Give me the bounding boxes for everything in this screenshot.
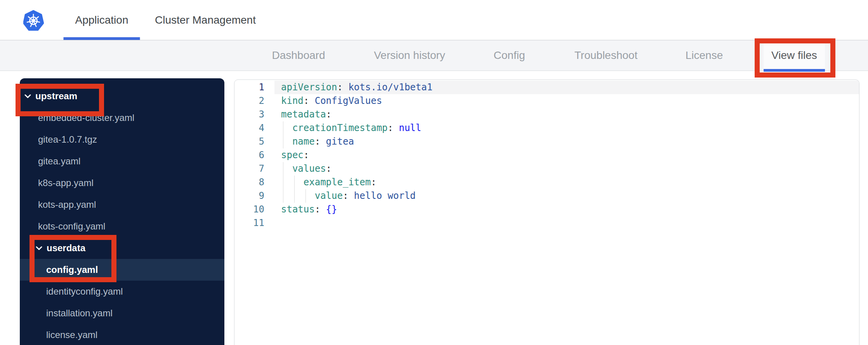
tree-item-embedded-cluster-yaml[interactable]: embedded-cluster.yaml	[20, 107, 224, 129]
code-line-3: 3metadata:	[234, 108, 859, 121]
app-nav-bar: Dashboard Version history Config Trouble…	[0, 40, 868, 71]
code-text: creationTimestamp: null	[274, 121, 859, 135]
code-text: values:	[274, 162, 859, 176]
indent-guide	[283, 135, 283, 148]
code-line-10: 10status: {}	[234, 203, 859, 216]
code-text: kind: ConfigValues	[274, 94, 859, 108]
nav-tab-troubleshoot[interactable]: Troubleshoot	[575, 40, 637, 71]
chevron-down-icon	[24, 94, 31, 98]
line-number: 8	[234, 176, 269, 189]
code-line-7: 7 values:	[234, 162, 859, 176]
code-text: value: hello world	[274, 189, 859, 203]
line-number: 10	[234, 203, 269, 216]
code-line-1: 1apiVersion: kots.io/v1beta1	[234, 81, 859, 94]
nav-tab-view-files[interactable]: View files	[764, 40, 825, 71]
nav-tab-version-history[interactable]: Version history	[374, 40, 445, 71]
tree-item-userdata[interactable]: userdata	[20, 237, 224, 259]
code-line-8: 8 example_item:	[234, 176, 859, 189]
indent-guide	[283, 189, 283, 203]
code-line-11: 11	[234, 216, 859, 230]
tree-item-label: config.yaml	[46, 264, 98, 275]
indent-guide	[283, 176, 283, 189]
file-tree: upstreamembedded-cluster.yamlgitea-1.0.7…	[20, 78, 224, 345]
indent-guide	[283, 121, 283, 135]
indent-guide	[306, 189, 306, 203]
code-line-4: 4 creationTimestamp: null	[234, 121, 859, 135]
code-text: name: gitea	[274, 135, 859, 148]
tree-item-installation-yaml[interactable]: installation.yaml	[20, 302, 224, 324]
line-number: 9	[234, 189, 269, 203]
nav-tab-license[interactable]: License	[686, 40, 723, 71]
line-number: 1	[234, 81, 269, 94]
tab-cluster-management[interactable]: Cluster Management	[143, 0, 267, 40]
tree-item-kots-config-yaml[interactable]: kots-config.yaml	[20, 216, 224, 237]
tree-item-label: embedded-cluster.yaml	[38, 112, 134, 123]
tree-item-label: identityconfig.yaml	[46, 286, 123, 297]
indent-guide	[283, 162, 283, 176]
tree-item-label: userdata	[47, 243, 85, 254]
file-viewer-editor[interactable]: 1apiVersion: kots.io/v1beta12kind: Confi…	[234, 79, 859, 345]
code-text: metadata:	[274, 108, 859, 121]
tree-item-identityconfig-yaml[interactable]: identityconfig.yaml	[20, 281, 224, 302]
line-number: 7	[234, 162, 269, 176]
tree-item-label: installation.yaml	[46, 308, 113, 319]
code-text: example_item:	[274, 176, 859, 189]
kubernetes-logo	[23, 10, 44, 31]
line-number: 5	[234, 135, 269, 148]
top-header: Application Cluster Management	[0, 0, 868, 40]
tree-item-label: gitea.yaml	[38, 156, 80, 167]
tree-item-label: kots-app.yaml	[38, 199, 96, 210]
indent-guide	[294, 176, 295, 189]
tree-item-gitea-yaml[interactable]: gitea.yaml	[20, 150, 224, 172]
line-number: 4	[234, 121, 269, 135]
tab-application[interactable]: Application	[64, 0, 140, 40]
line-number: 6	[234, 148, 269, 162]
code-text: apiVersion: kots.io/v1beta1	[274, 81, 859, 94]
tree-item-label: upstream	[35, 91, 77, 102]
code-text	[274, 216, 859, 230]
line-number: 2	[234, 94, 269, 108]
code-text: spec:	[274, 148, 859, 162]
code-line-5: 5 name: gitea	[234, 135, 859, 148]
tree-item-label: gitea-1.0.7.tgz	[38, 134, 97, 145]
code-line-2: 2kind: ConfigValues	[234, 94, 859, 108]
nav-tab-config[interactable]: Config	[494, 40, 525, 71]
chevron-down-icon	[36, 246, 42, 250]
tree-item-label: kots-config.yaml	[38, 221, 105, 232]
indent-guide	[294, 189, 295, 203]
tree-item-license-yaml[interactable]: license.yaml	[20, 324, 224, 345]
tree-item-label: license.yaml	[46, 329, 97, 340]
tree-item-upstream[interactable]: upstream	[20, 85, 224, 107]
nav-tab-dashboard[interactable]: Dashboard	[272, 40, 325, 71]
tree-item-config-yaml[interactable]: config.yaml	[20, 259, 224, 281]
tree-item-kots-app-yaml[interactable]: kots-app.yaml	[20, 194, 224, 216]
code-line-9: 9 value: hello world	[234, 189, 859, 203]
code-line-6: 6spec:	[234, 148, 859, 162]
code-text: status: {}	[274, 203, 859, 216]
tree-item-k8s-app-yaml[interactable]: k8s-app.yaml	[20, 172, 224, 194]
tree-item-label: k8s-app.yaml	[38, 178, 94, 188]
line-number: 11	[234, 216, 269, 230]
line-number: 3	[234, 108, 269, 121]
tree-item-gitea-1-0-7-tgz[interactable]: gitea-1.0.7.tgz	[20, 129, 224, 150]
